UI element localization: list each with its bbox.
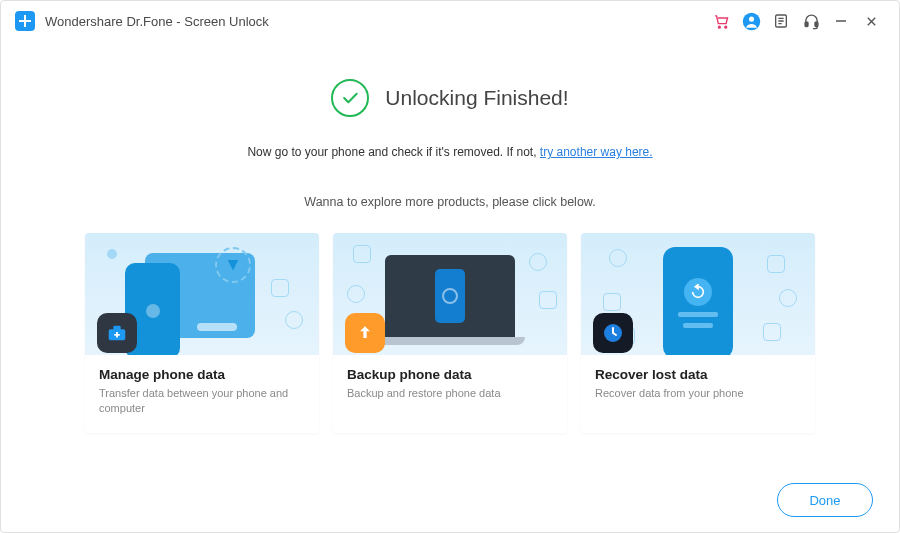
svg-rect-8 xyxy=(113,326,120,331)
status-headline: Unlocking Finished! xyxy=(331,79,568,117)
status-subtext: Now go to your phone and check if it's r… xyxy=(247,145,652,159)
card-backup-phone-data[interactable]: Backup phone data Backup and restore pho… xyxy=(333,233,567,433)
svg-rect-5 xyxy=(805,22,808,26)
card-illustration xyxy=(85,233,319,355)
success-check-icon xyxy=(331,79,369,117)
minimize-icon[interactable] xyxy=(827,7,855,35)
main-content: Unlocking Finished! Now go to your phone… xyxy=(1,41,899,468)
done-button[interactable]: Done xyxy=(777,483,873,517)
card-desc: Transfer data between your phone and com… xyxy=(99,386,305,417)
card-manage-phone-data[interactable]: Manage phone data Transfer data between … xyxy=(85,233,319,433)
card-illustration xyxy=(333,233,567,355)
product-cards: Manage phone data Transfer data between … xyxy=(1,233,899,433)
status-title: Unlocking Finished! xyxy=(385,86,568,110)
clock-app-icon xyxy=(593,313,633,353)
svg-point-3 xyxy=(748,16,753,21)
svg-rect-6 xyxy=(815,22,818,26)
headset-icon[interactable] xyxy=(797,7,825,35)
svg-point-1 xyxy=(724,26,726,28)
card-illustration xyxy=(581,233,815,355)
app-logo-icon xyxy=(15,11,35,31)
footer: Done xyxy=(1,468,899,532)
account-icon[interactable] xyxy=(737,7,765,35)
try-another-way-link[interactable]: try another way here. xyxy=(540,145,653,159)
card-title: Manage phone data xyxy=(99,367,305,382)
card-desc: Backup and restore phone data xyxy=(347,386,553,401)
card-title: Recover lost data xyxy=(595,367,801,382)
notes-icon[interactable] xyxy=(767,7,795,35)
close-icon[interactable] xyxy=(857,7,885,35)
window-title: Wondershare Dr.Fone - Screen Unlock xyxy=(45,14,269,29)
status-sub-prefix: Now go to your phone and check if it's r… xyxy=(247,145,539,159)
cart-icon[interactable] xyxy=(707,7,735,35)
svg-point-0 xyxy=(718,26,720,28)
explore-text: Wanna to explore more products, please c… xyxy=(304,195,595,209)
card-desc: Recover data from your phone xyxy=(595,386,801,401)
medkit-app-icon xyxy=(97,313,137,353)
card-title: Backup phone data xyxy=(347,367,553,382)
card-recover-lost-data[interactable]: Recover lost data Recover data from your… xyxy=(581,233,815,433)
title-bar: Wondershare Dr.Fone - Screen Unlock xyxy=(1,1,899,41)
upload-app-icon xyxy=(345,313,385,353)
